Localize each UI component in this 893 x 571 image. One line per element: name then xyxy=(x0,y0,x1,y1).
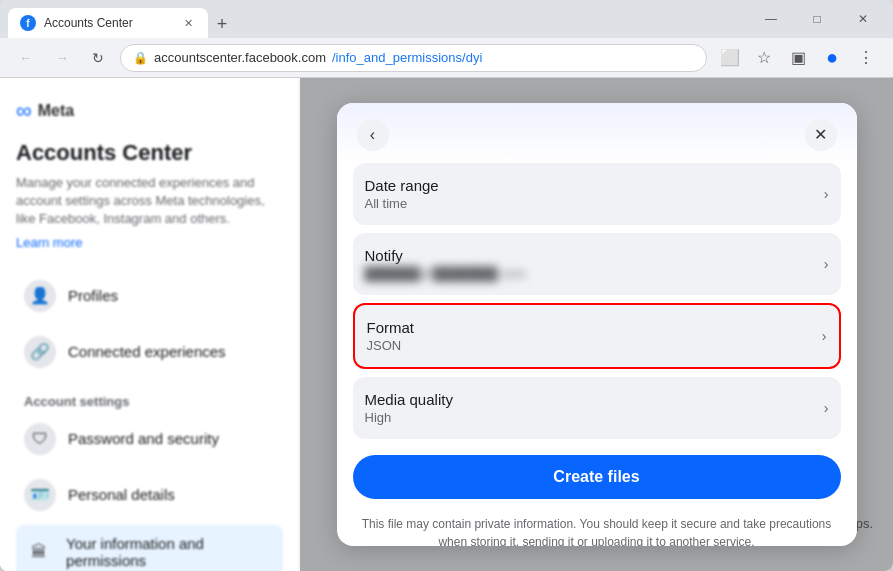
format-label: Format xyxy=(367,319,415,336)
date-range-chevron: › xyxy=(824,186,829,202)
window-controls: — □ ✕ xyxy=(749,4,885,34)
toolbar-actions: ⬜ ☆ ▣ ● ⋮ xyxy=(715,43,881,73)
notify-label: Notify xyxy=(365,247,526,264)
menu-item-notify[interactable]: Notify ██████@███████.com › xyxy=(353,233,841,295)
date-range-label: Date range xyxy=(365,177,439,194)
personal-icon: 🪪 xyxy=(24,479,56,511)
media-quality-value: High xyxy=(365,410,453,425)
page-content: ∞ Meta Accounts Center Manage your conne… xyxy=(0,78,893,571)
meta-logo-text: Meta xyxy=(38,102,74,120)
restore-button[interactable]: □ xyxy=(795,4,839,34)
sidebar: ∞ Meta Accounts Center Manage your conne… xyxy=(0,78,300,571)
tab-close-button[interactable]: ✕ xyxy=(180,15,196,31)
main-area: r apps. ‹ ✕ xyxy=(300,78,893,571)
sidebar-title: Accounts Center xyxy=(16,140,283,166)
menu-item-format[interactable]: Format JSON › xyxy=(353,303,841,369)
format-value: JSON xyxy=(367,338,415,353)
tab-favicon: f xyxy=(20,15,36,31)
connected-label: Connected experiences xyxy=(68,343,226,360)
modal-close-button[interactable]: ✕ xyxy=(805,119,837,151)
sidebar-nav: 👤 Profiles 🔗 Connected experiences Accou… xyxy=(16,270,283,571)
connected-icon: 🔗 xyxy=(24,336,56,368)
account-settings-heading: Account settings xyxy=(16,386,283,413)
create-files-button[interactable]: Create files xyxy=(353,455,841,499)
minimize-button[interactable]: — xyxy=(749,4,793,34)
password-icon: 🛡 xyxy=(24,423,56,455)
cast-button[interactable]: ⬜ xyxy=(715,43,745,73)
modal-dialog: ‹ ✕ Date range All time › xyxy=(337,103,857,547)
browser-tab-active[interactable]: f Accounts Center ✕ xyxy=(8,8,208,38)
date-range-value: All time xyxy=(365,196,439,211)
password-label: Password and security xyxy=(68,430,219,447)
url-bar[interactable]: 🔒 accountscenter.facebook.com /info_and_… xyxy=(120,44,707,72)
media-quality-chevron: › xyxy=(824,400,829,416)
disclaimer-text: This file may contain private informatio… xyxy=(353,507,841,547)
url-path: /info_and_permissions/dyi xyxy=(332,50,482,65)
menu-item-media-quality-content: Media quality High xyxy=(365,391,453,425)
menu-item-media-quality[interactable]: Media quality High › xyxy=(353,377,841,439)
new-tab-button[interactable]: + xyxy=(208,10,236,38)
media-quality-label: Media quality xyxy=(365,391,453,408)
title-bar: f Accounts Center ✕ + — □ ✕ xyxy=(0,0,893,38)
modal-back-button[interactable]: ‹ xyxy=(357,119,389,151)
notify-value: ██████@███████.com xyxy=(365,266,526,281)
tab-title: Accounts Center xyxy=(44,16,172,30)
address-bar: ← → ↻ 🔒 accountscenter.facebook.com /inf… xyxy=(0,38,893,78)
modal-overlay: ‹ ✕ Date range All time › xyxy=(300,78,893,571)
back-button[interactable]: ← xyxy=(12,44,40,72)
bookmark-button[interactable]: ☆ xyxy=(749,43,779,73)
notify-chevron: › xyxy=(824,256,829,272)
menu-button[interactable]: ⋮ xyxy=(851,43,881,73)
meta-logo-icon: ∞ xyxy=(16,98,32,124)
menu-item-notify-content: Notify ██████@███████.com xyxy=(365,247,526,281)
profiles-icon: 👤 xyxy=(24,280,56,312)
personal-label: Personal details xyxy=(68,486,175,503)
refresh-button[interactable]: ↻ xyxy=(84,44,112,72)
profiles-label: Profiles xyxy=(68,287,118,304)
your-info-label: Your information and permissions xyxy=(66,535,275,569)
tab-bar: f Accounts Center ✕ + xyxy=(8,0,745,38)
modal-header: ‹ ✕ xyxy=(337,103,857,163)
menu-item-date-range-content: Date range All time xyxy=(365,177,439,211)
sidebar-item-your-info[interactable]: 🏛 Your information and permissions xyxy=(16,525,283,571)
your-info-icon: 🏛 xyxy=(24,536,54,568)
window-close-button[interactable]: ✕ xyxy=(841,4,885,34)
sidebar-description: Manage your connected experiences and ac… xyxy=(16,174,283,229)
accounts-center-page: ∞ Meta Accounts Center Manage your conne… xyxy=(0,78,893,571)
sidebar-toggle-button[interactable]: ▣ xyxy=(783,43,813,73)
learn-more-link[interactable]: Learn more xyxy=(16,235,283,250)
meta-logo: ∞ Meta xyxy=(16,98,283,124)
menu-item-format-content: Format JSON xyxy=(367,319,415,353)
lock-icon: 🔒 xyxy=(133,51,148,65)
url-domain: accountscenter.facebook.com xyxy=(154,50,326,65)
profile-button[interactable]: ● xyxy=(817,43,847,73)
browser-window: f Accounts Center ✕ + — □ ✕ ← → ↻ 🔒 acco… xyxy=(0,0,893,571)
sidebar-item-personal[interactable]: 🪪 Personal details xyxy=(16,469,283,521)
sidebar-item-connected[interactable]: 🔗 Connected experiences xyxy=(16,326,283,378)
sidebar-item-profiles[interactable]: 👤 Profiles xyxy=(16,270,283,322)
format-chevron: › xyxy=(822,328,827,344)
sidebar-item-password[interactable]: 🛡 Password and security xyxy=(16,413,283,465)
modal-body: Date range All time › Notify ██████@████… xyxy=(337,163,857,547)
menu-item-date-range[interactable]: Date range All time › xyxy=(353,163,841,225)
forward-button[interactable]: → xyxy=(48,44,76,72)
